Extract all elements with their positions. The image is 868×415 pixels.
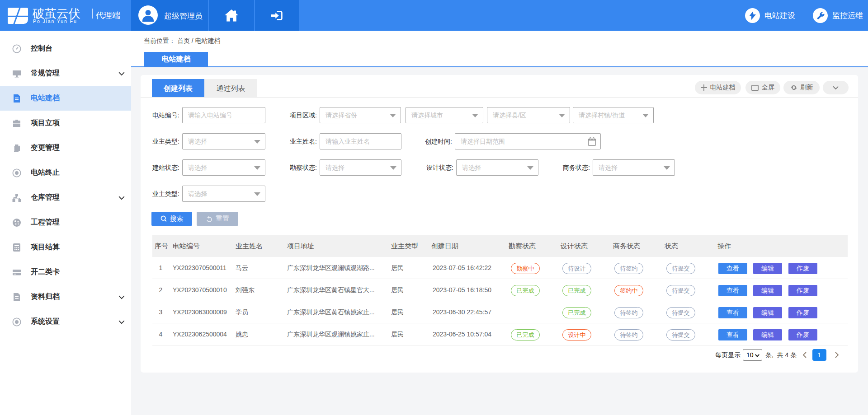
svg-text:Po Jian Yun Fu: Po Jian Yun Fu <box>33 19 77 24</box>
svg-text:代理端: 代理端 <box>95 11 120 20</box>
